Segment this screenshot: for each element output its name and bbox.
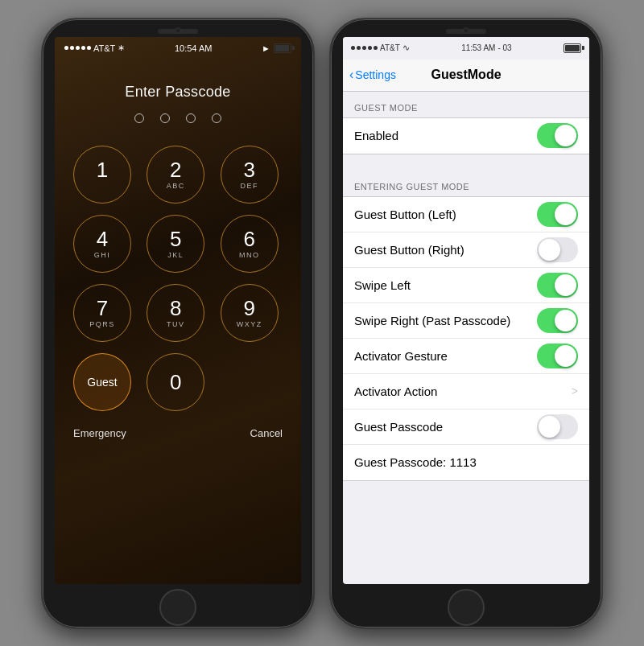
sr-thumb <box>555 310 576 331</box>
camera <box>175 27 181 34</box>
battery-fill-left <box>275 45 289 51</box>
signal-dot-3 <box>76 46 80 50</box>
guest-button-right-label: Guest Button (Right) <box>354 243 464 257</box>
activator-action-chevron-icon: > <box>572 385 578 397</box>
row-swipe-left: Swipe Left <box>343 268 589 303</box>
passcode-dots <box>134 113 221 123</box>
row-swipe-right: Swipe Right (Past Passcode) <box>343 303 589 339</box>
settings-content: GUEST MODE Enabled ENTERING GUEST MODE G… <box>343 92 589 584</box>
signal-dot-5 <box>87 46 91 50</box>
key-guest[interactable]: Guest <box>73 353 131 411</box>
enabled-label: Enabled <box>354 129 398 142</box>
key-0[interactable]: 0 <box>147 353 204 411</box>
back-label: Settings <box>355 68 396 81</box>
right-phone-screen: AT&T ∿ 11:53 AM - 03 ‹ Settings GuestMod… <box>343 37 589 584</box>
key-1[interactable]: 1 <box>73 146 131 204</box>
sl-thumb <box>555 274 576 296</box>
settings-group-2: Guest Button (Left) Guest Button (Right)… <box>343 196 589 481</box>
rsignal-dot-2 <box>357 46 361 50</box>
key-8-letters: TUV <box>167 320 185 328</box>
key-8-number: 8 <box>170 298 181 319</box>
passcode-title: Enter Passcode <box>125 84 230 101</box>
passcode-dot-1 <box>134 113 144 123</box>
key-3-number: 3 <box>243 159 254 180</box>
guest-passcode-toggle[interactable] <box>537 414 578 439</box>
key-3[interactable]: 3 DEF <box>221 146 279 204</box>
swipe-right-label: Swipe Right (Past Passcode) <box>354 314 510 327</box>
keypad-bottom: Guest 0 <box>73 353 283 411</box>
activator-gesture-toggle[interactable] <box>537 344 578 368</box>
keypad: 1 2 ABC 3 DEF 4 GHI 5 JKL <box>73 146 283 342</box>
rsignal-dot-1 <box>351 46 355 50</box>
key-5-letters: JKL <box>167 251 184 259</box>
bottom-actions: Emergency Cancel <box>73 427 283 439</box>
signal-dots-right <box>351 46 378 50</box>
section-header-guest-mode: GUEST MODE <box>343 92 589 117</box>
key-9[interactable]: 9 WXYZ <box>221 284 279 342</box>
guest-passcode-value-label: Guest Passcode: 1113 <box>354 455 477 469</box>
status-left-right: AT&T ∿ <box>351 43 410 53</box>
key-5-number: 5 <box>170 228 181 249</box>
key-guest-label: Guest <box>87 376 117 389</box>
guest-button-right-toggle[interactable] <box>537 237 578 262</box>
key-7[interactable]: 7 PQRS <box>73 284 131 342</box>
enabled-toggle-thumb <box>555 125 576 146</box>
nav-bar: ‹ Settings GuestMode <box>343 60 589 92</box>
activator-gesture-label: Activator Gesture <box>354 349 448 363</box>
key-2[interactable]: 2 ABC <box>147 146 204 204</box>
carrier-right: AT&T <box>380 43 400 52</box>
left-phone-top <box>43 19 313 34</box>
key-5[interactable]: 5 JKL <box>147 215 204 273</box>
guest-passcode-label: Guest Passcode <box>354 420 443 434</box>
row-guest-button-left: Guest Button (Left) <box>343 197 589 232</box>
row-guest-button-right: Guest Button (Right) <box>343 232 589 268</box>
guest-button-left-toggle[interactable] <box>537 202 578 227</box>
wifi-icon-right: ∿ <box>402 43 410 53</box>
row-enabled: Enabled <box>343 118 589 154</box>
signal-dot-4 <box>81 46 85 50</box>
home-button-left[interactable] <box>159 589 196 626</box>
right-phone: AT&T ∿ 11:53 AM - 03 ‹ Settings GuestMod… <box>329 18 603 629</box>
cancel-button[interactable]: Cancel <box>250 427 283 439</box>
settings-screen: AT&T ∿ 11:53 AM - 03 ‹ Settings GuestMod… <box>343 37 589 584</box>
time-right: 11:53 AM - 03 <box>461 43 512 52</box>
gp-thumb <box>539 416 560 438</box>
key-6-letters: MNO <box>239 251 260 259</box>
gbl-thumb <box>555 204 576 225</box>
row-activator-action[interactable]: Activator Action > <box>343 374 589 409</box>
passcode-dot-3 <box>186 113 196 123</box>
signal-dot-2 <box>70 46 74 50</box>
key-6[interactable]: 6 MNO <box>221 215 279 273</box>
key-7-letters: PQRS <box>89 320 115 328</box>
battery-fill-right <box>565 45 580 51</box>
enabled-toggle[interactable] <box>537 123 578 148</box>
nav-title: GuestMode <box>431 68 501 82</box>
passcode-dot-2 <box>160 113 170 123</box>
passcode-screen: AT&T ∗ 10:54 AM ► Enter Passcode <box>55 37 301 584</box>
swipe-left-toggle[interactable] <box>537 273 578 298</box>
key-9-letters: WXYZ <box>237 320 262 328</box>
battery-icon-left <box>274 43 291 53</box>
home-button-right[interactable] <box>448 589 485 626</box>
time-left: 10:54 AM <box>175 43 212 53</box>
key-8[interactable]: 8 TUV <box>147 284 204 342</box>
section-header-entering: ENTERING GUEST MODE <box>343 171 589 196</box>
emergency-button[interactable]: Emergency <box>73 427 126 439</box>
signal-dots <box>64 46 91 50</box>
key-7-number: 7 <box>97 298 108 319</box>
status-right-left: ► <box>262 43 291 53</box>
swipe-right-toggle[interactable] <box>537 308 578 333</box>
key-4-number: 4 <box>97 228 108 249</box>
key-4[interactable]: 4 GHI <box>73 215 131 273</box>
signal-dot-1 <box>64 46 68 50</box>
camera-right <box>463 27 469 34</box>
key-4-letters: GHI <box>94 251 111 259</box>
row-activator-gesture: Activator Gesture <box>343 339 589 374</box>
status-left: AT&T ∗ <box>64 43 125 53</box>
key-6-number: 6 <box>243 228 254 249</box>
key-2-letters: ABC <box>167 182 185 190</box>
back-button[interactable]: ‹ Settings <box>349 68 396 82</box>
activator-action-label: Activator Action <box>354 385 437 398</box>
passcode-dot-4 <box>212 113 221 123</box>
status-bar-right: AT&T ∿ 11:53 AM - 03 <box>343 37 589 60</box>
